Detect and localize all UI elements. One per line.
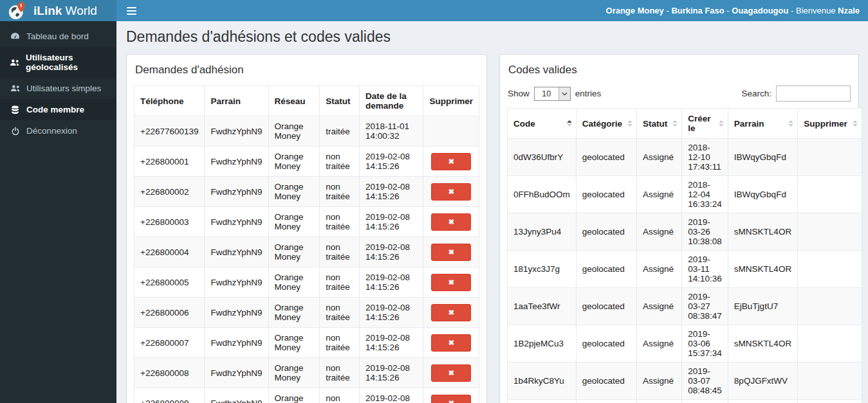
cell-parrain: 8pQJGFxtWV xyxy=(728,363,797,400)
cell-date: 2019-02-08 14:15:26 xyxy=(359,207,423,237)
table-row: +226800001FwdhzYphN9Orange Moneynon trai… xyxy=(134,147,479,177)
sort-icon[interactable] xyxy=(567,120,572,127)
delete-button[interactable]: ✖ xyxy=(431,304,471,321)
cell-telephone: +226800007 xyxy=(134,328,205,358)
cell-supprimer xyxy=(423,116,479,147)
cell-code: 1B2pjeMCu3 xyxy=(508,325,577,363)
cell-creer-le: 2019-03-06 15:37:34 xyxy=(682,325,728,363)
sidebar-item-tableau-de-bord[interactable]: Tableau de bord xyxy=(0,26,116,47)
cell-creer-le: 2019-03-11 14:10:36 xyxy=(682,251,728,288)
cell-parrain: FwdhzYphN9 xyxy=(205,388,268,403)
delete-button[interactable]: ✖ xyxy=(431,183,471,201)
entries-label: entries xyxy=(575,89,602,98)
cell-supprimer xyxy=(798,251,862,288)
cell-supprimer: ✖ xyxy=(423,328,479,358)
delete-button[interactable]: ✖ xyxy=(431,274,471,291)
sidebar-item-utilisateurs-simples[interactable]: Utilisateurs simples xyxy=(0,78,116,99)
cell-parrain: FwdhzYphN9 xyxy=(205,267,268,298)
cell-statut: Assigné xyxy=(637,251,682,288)
sidebar-toggle-button[interactable] xyxy=(116,0,146,21)
sidebar-item-deconnexion[interactable]: Déconnexion xyxy=(0,120,116,141)
cell-code: 1c7sUG9dUk xyxy=(508,400,577,403)
table-row: +226800005FwdhzYphN9Orange Moneynon trai… xyxy=(134,267,479,298)
cell-date: 2018-11-01 14:00:32 xyxy=(359,116,423,147)
column-header[interactable]: Statut xyxy=(637,109,682,139)
navbar: Orange Money - Burkina Faso - Ouagadougo… xyxy=(116,0,868,21)
table-row: 181yxc3J7ggeolocatedAssigné2019-03-11 14… xyxy=(508,251,862,288)
cell-statut: Assigné xyxy=(637,325,682,363)
cell-code: 1b4RkyC8Yu xyxy=(508,363,577,400)
sidebar-item-code-membre[interactable]: Code membre xyxy=(0,99,116,120)
delete-button[interactable]: ✖ xyxy=(431,334,471,352)
cell-statut: non traitée xyxy=(320,267,360,298)
cell-supprimer xyxy=(798,288,862,325)
cell-telephone: +226800003 xyxy=(134,207,205,237)
column-header[interactable]: Parrain xyxy=(728,109,797,139)
cell-telephone: +22677600139 xyxy=(134,116,205,147)
cell-statut: non traitée xyxy=(320,388,360,403)
sidebar: Tableau de bordUtilisateurs géolocalisés… xyxy=(0,21,116,403)
cell-categorie: geolocated xyxy=(576,176,636,213)
cell-reseau: Orange Money xyxy=(268,358,320,388)
sort-icon[interactable] xyxy=(672,120,678,127)
cell-parrain: IBWqyGbqFd xyxy=(728,139,797,176)
cell-date: 2019-02-08 14:15:26 xyxy=(359,358,423,388)
column-header[interactable]: Catégorie xyxy=(576,109,636,139)
column-header[interactable]: Code xyxy=(508,109,577,139)
sort-icon[interactable] xyxy=(788,120,793,127)
cell-categorie: geolocated xyxy=(576,400,636,403)
cell-supprimer: ✖ xyxy=(423,147,479,177)
hamburger-icon xyxy=(127,7,136,8)
delete-button[interactable]: ✖ xyxy=(431,244,471,261)
cell-supprimer xyxy=(798,139,862,176)
table-row: +226800007FwdhzYphN9Orange Moneynon trai… xyxy=(134,328,479,358)
cell-parrain: FwdhzYphN9 xyxy=(205,328,268,358)
column-header: Statut xyxy=(320,86,360,116)
cell-statut: Assigné xyxy=(637,363,682,400)
delete-button[interactable]: ✖ xyxy=(431,395,471,403)
sort-icon[interactable] xyxy=(853,120,858,127)
delete-button[interactable]: ✖ xyxy=(431,213,471,231)
cell-reseau: Orange Money xyxy=(268,328,320,358)
table-row: 1b4RkyC8YugeolocatedAssigné2019-03-07 08… xyxy=(508,363,862,400)
cell-parrain: FwdhzYphN9 xyxy=(205,177,268,207)
sort-icon[interactable] xyxy=(719,120,724,127)
cell-categorie: geolocated xyxy=(576,139,636,176)
cell-statut: non traitée xyxy=(320,358,360,388)
delete-button[interactable]: ✖ xyxy=(431,153,471,170)
cell-statut: Assigné xyxy=(637,288,682,325)
cell-creer-le: 2019-03-27 08:38:47 xyxy=(682,288,728,325)
column-header-label: Créer le xyxy=(688,114,710,133)
cell-creer-le: 2018-12-04 16:33:24 xyxy=(682,176,728,213)
cell-supprimer: ✖ xyxy=(423,177,479,207)
user-context-segment: - xyxy=(664,6,672,15)
table-row: +226800006FwdhzYphN9Orange Moneynon trai… xyxy=(134,298,479,328)
cell-supprimer xyxy=(798,176,862,213)
column-header[interactable]: Créer le xyxy=(682,109,728,139)
column-header: Supprimer xyxy=(423,86,479,116)
page-length-select[interactable]: 10 xyxy=(534,87,571,101)
table-row: 1aaTee3fWrgeolocatedAssigné2019-03-27 08… xyxy=(508,288,862,325)
panel-title: Demandes d'adhésion xyxy=(135,64,478,76)
panel-title: Codes valides xyxy=(508,64,850,76)
search-input[interactable] xyxy=(776,85,851,102)
sidebar-item-utilisateurs-geolocalises[interactable]: Utilisateurs géolocalisés xyxy=(0,47,116,78)
column-header-label: Catégorie xyxy=(582,119,622,129)
column-header[interactable]: Supprimer xyxy=(798,109,862,139)
datatable-controls: Show 10 entries Search: xyxy=(508,85,851,102)
table-row: +226800009FwdhzYphN9Orange Moneynon trai… xyxy=(134,388,479,403)
user-context-segment: Orange Money xyxy=(606,6,664,15)
app-window: $ iLink World Orange Money - Burkina Fas… xyxy=(0,0,868,403)
sort-icon[interactable] xyxy=(627,120,633,127)
cell-statut: Assigné xyxy=(637,213,682,251)
brand-title: iLink World xyxy=(33,4,97,18)
cell-telephone: +226800002 xyxy=(134,177,205,207)
delete-button[interactable]: ✖ xyxy=(431,364,471,382)
cell-parrain: FwdhzYphN9 xyxy=(205,358,268,388)
cell-creer-le: 2019-03-26 10:38:08 xyxy=(682,213,728,251)
table-header-row: TéléphoneParrainRéseauStatutDate de la d… xyxy=(134,86,479,116)
brand-logo[interactable]: $ iLink World xyxy=(0,0,116,21)
main-content: Demandes d'adhésions et codes valides De… xyxy=(116,21,868,403)
globe-pin-logo-icon: $ xyxy=(8,1,28,21)
cell-categorie: geolocated xyxy=(576,251,636,288)
